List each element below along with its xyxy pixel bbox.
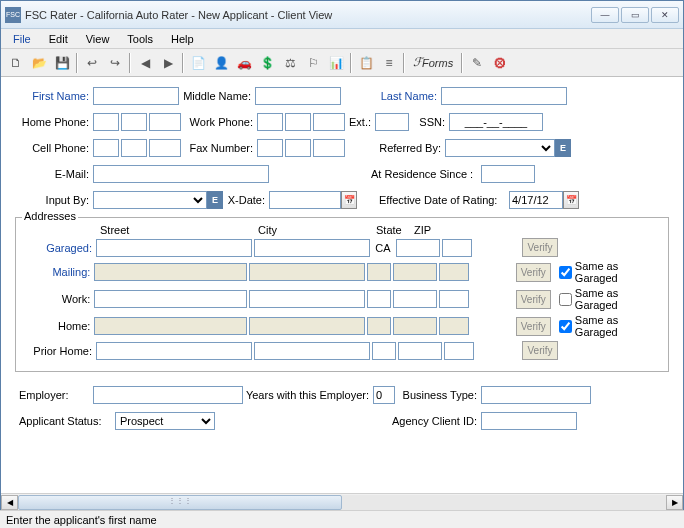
- window-title: FSC Rater - California Auto Rater - New …: [25, 9, 591, 21]
- email-input[interactable]: [93, 165, 269, 183]
- col-city: City: [258, 224, 376, 236]
- scroll-thumb[interactable]: ⋮⋮⋮: [18, 495, 342, 510]
- fax-suffix[interactable]: [313, 139, 345, 157]
- first-name-input[interactable]: [93, 87, 179, 105]
- maximize-button[interactable]: ▭: [621, 7, 649, 23]
- addresses-legend: Addresses: [22, 210, 78, 222]
- home-phone-suffix[interactable]: [149, 113, 181, 131]
- years-emp-input[interactable]: [373, 386, 395, 404]
- prior-state[interactable]: [372, 342, 396, 360]
- menu-help[interactable]: Help: [163, 31, 202, 47]
- tb-car-icon[interactable]: 🚗: [233, 52, 255, 74]
- close-button[interactable]: ✕: [651, 7, 679, 23]
- work-street[interactable]: [94, 290, 246, 308]
- home-phone-prefix[interactable]: [121, 113, 147, 131]
- cell-phone-prefix[interactable]: [121, 139, 147, 157]
- prior-zip[interactable]: [398, 342, 442, 360]
- prior-zip4[interactable]: [444, 342, 474, 360]
- fax-area[interactable]: [257, 139, 283, 157]
- cell-phone-area[interactable]: [93, 139, 119, 157]
- referred-by-e-button[interactable]: E: [555, 139, 571, 157]
- eff-date-calendar-icon[interactable]: 📅: [563, 191, 579, 209]
- work-zip[interactable]: [393, 290, 437, 308]
- work-same-check[interactable]: [559, 293, 572, 306]
- tb-scale-icon[interactable]: ⚖: [279, 52, 301, 74]
- garaged-state: CA: [370, 242, 396, 254]
- label-last-name: Last Name:: [371, 90, 441, 102]
- work-zip4[interactable]: [439, 290, 469, 308]
- tb-document-icon[interactable]: 📄: [187, 52, 209, 74]
- garaged-street[interactable]: [96, 239, 252, 257]
- menu-edit[interactable]: Edit: [41, 31, 76, 47]
- referred-by-select[interactable]: [445, 139, 555, 157]
- scroll-right-icon[interactable]: ▶: [666, 495, 683, 510]
- xdate-calendar-icon[interactable]: 📅: [341, 191, 357, 209]
- home-verify-button[interactable]: Verify: [516, 317, 551, 336]
- scroll-track[interactable]: ⋮⋮⋮: [18, 495, 666, 510]
- work-city[interactable]: [249, 290, 365, 308]
- menu-view[interactable]: View: [78, 31, 118, 47]
- agency-client-input[interactable]: [481, 412, 577, 430]
- home-same-check[interactable]: [559, 320, 572, 333]
- prior-city[interactable]: [254, 342, 370, 360]
- fax-prefix[interactable]: [285, 139, 311, 157]
- toolbar: 🗋 📂 💾 ↩ ↪ ◀ ▶ 📄 👤 🚗 💲 ⚖ ⚐ 📊 📋 ≡ ℱForms ✎…: [1, 49, 683, 77]
- label-addr-home: Home:: [22, 320, 94, 332]
- ssn-input[interactable]: [449, 113, 543, 131]
- work-verify-button[interactable]: Verify: [516, 290, 551, 309]
- input-by-select[interactable]: [93, 191, 207, 209]
- ext-input[interactable]: [375, 113, 409, 131]
- tb-chart-icon[interactable]: 📊: [325, 52, 347, 74]
- label-garaged: Garaged:: [22, 242, 96, 254]
- tb-forms-button[interactable]: ℱForms: [408, 52, 458, 74]
- tb-exit-icon[interactable]: ⮿: [489, 52, 511, 74]
- last-name-input[interactable]: [441, 87, 567, 105]
- garaged-city[interactable]: [254, 239, 370, 257]
- label-prior-home: Prior Home:: [22, 345, 96, 357]
- tb-notes-icon[interactable]: 📋: [355, 52, 377, 74]
- prior-street[interactable]: [96, 342, 252, 360]
- work-phone-area[interactable]: [257, 113, 283, 131]
- tb-print-icon[interactable]: ≡: [378, 52, 400, 74]
- input-by-e-button[interactable]: E: [207, 191, 223, 209]
- tb-person-icon[interactable]: 👤: [210, 52, 232, 74]
- tb-flag-icon[interactable]: ⚐: [302, 52, 324, 74]
- employer-input[interactable]: [93, 386, 243, 404]
- work-phone-suffix[interactable]: [313, 113, 345, 131]
- tb-save-icon[interactable]: 💾: [51, 52, 73, 74]
- tb-back-arrow-icon[interactable]: ↩: [81, 52, 103, 74]
- cell-phone-suffix[interactable]: [149, 139, 181, 157]
- tb-prev-icon[interactable]: ◀: [134, 52, 156, 74]
- mailing-verify-button[interactable]: Verify: [516, 263, 551, 282]
- tb-dollar-icon[interactable]: 💲: [256, 52, 278, 74]
- business-type-input[interactable]: [481, 386, 591, 404]
- garaged-verify-button[interactable]: Verify: [522, 238, 558, 257]
- garaged-zip4[interactable]: [442, 239, 472, 257]
- eff-date-input[interactable]: [509, 191, 563, 209]
- horizontal-scrollbar[interactable]: ◀ ⋮⋮⋮ ▶: [1, 493, 683, 510]
- mailing-same-check[interactable]: [559, 266, 572, 279]
- col-state: State: [376, 224, 414, 236]
- scroll-left-icon[interactable]: ◀: [1, 495, 18, 510]
- mailing-zip: [393, 263, 437, 281]
- app-icon: FSC: [5, 7, 21, 23]
- label-first-name: First Name:: [15, 90, 93, 102]
- garaged-zip[interactable]: [396, 239, 440, 257]
- home-phone-area[interactable]: [93, 113, 119, 131]
- menu-tools[interactable]: Tools: [119, 31, 161, 47]
- xdate-input[interactable]: [269, 191, 341, 209]
- tb-forward-arrow-icon[interactable]: ↪: [104, 52, 126, 74]
- prior-verify-button[interactable]: Verify: [522, 341, 558, 360]
- tb-open-icon[interactable]: 📂: [28, 52, 50, 74]
- label-xdate: X-Date:: [223, 194, 269, 206]
- tb-new-icon[interactable]: 🗋: [5, 52, 27, 74]
- applicant-status-select[interactable]: Prospect: [115, 412, 215, 430]
- tb-edit-icon[interactable]: ✎: [466, 52, 488, 74]
- menu-file[interactable]: File: [5, 31, 39, 47]
- work-phone-prefix[interactable]: [285, 113, 311, 131]
- residence-since-input[interactable]: [481, 165, 535, 183]
- work-state[interactable]: [367, 290, 391, 308]
- tb-next-icon[interactable]: ▶: [157, 52, 179, 74]
- middle-name-input[interactable]: [255, 87, 341, 105]
- minimize-button[interactable]: —: [591, 7, 619, 23]
